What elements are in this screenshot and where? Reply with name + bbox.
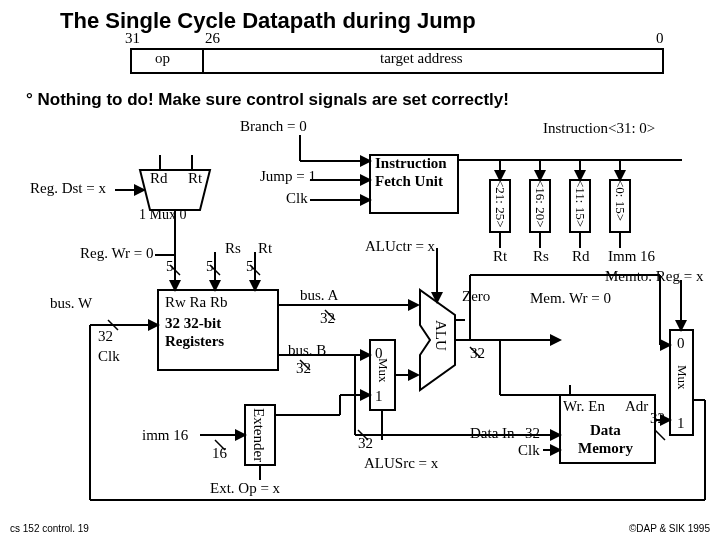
- regfile-l1: Rw Ra Rb: [165, 294, 228, 311]
- n32-di: 32: [525, 425, 540, 442]
- ifu-line2: Fetch Unit: [375, 173, 443, 190]
- imm16-label: imm 16: [142, 427, 188, 444]
- n32-a: 32: [320, 310, 335, 327]
- branch-label: Branch = 0: [240, 118, 307, 135]
- datain-label: Data In: [470, 425, 515, 442]
- n32-m: 32: [650, 410, 665, 427]
- rd-label: Rd: [150, 170, 168, 187]
- aluctr-label: ALUctr = x: [365, 238, 435, 255]
- footer-left: cs 152 control. 19: [10, 523, 89, 534]
- mux1-label: 1 Mux 0: [139, 207, 186, 223]
- extop-label: Ext. Op = x: [210, 480, 280, 497]
- bits16: <16: 20>: [532, 180, 548, 228]
- alusrc-label: ALUSrc = x: [364, 455, 438, 472]
- rt3: Rt: [493, 248, 507, 265]
- jump-label: Jump = 1: [260, 168, 316, 185]
- busb-label: bus. B: [288, 342, 326, 359]
- rs2: Rs: [533, 248, 549, 265]
- bits0: <0: 15>: [612, 180, 628, 221]
- n32-alu: 32: [470, 345, 485, 362]
- mux3-0: 0: [677, 335, 685, 352]
- regfile-l2: 32 32-bit: [165, 315, 221, 332]
- imm16-2: Imm 16: [608, 248, 655, 265]
- instruction-label: Instruction<31: 0>: [543, 120, 655, 137]
- regwr-label: Reg. Wr = 0: [80, 245, 153, 262]
- five3: 5: [246, 258, 254, 275]
- footer-right: ©DAP & SIK 1995: [629, 523, 710, 534]
- rs-label: Rs: [225, 240, 241, 257]
- alu-label: ALU: [432, 320, 449, 351]
- ifu-line1: Instruction: [375, 155, 447, 172]
- mux2-1: 1: [375, 388, 383, 405]
- mux2-label: Mux: [375, 358, 391, 383]
- clk-rf: Clk: [98, 348, 120, 365]
- clk-ifu: Clk: [286, 190, 308, 207]
- n32-1: 32: [98, 328, 113, 345]
- mux3-1: 1: [677, 415, 685, 432]
- mux3-label: Mux: [674, 365, 690, 390]
- rt-label: Rt: [188, 170, 202, 187]
- dmem2: Memory: [578, 440, 633, 457]
- memtoreg-label: Memto. Reg = x: [605, 268, 703, 285]
- bits21: <21: 25>: [492, 180, 508, 228]
- regdst-label: Reg. Dst = x: [30, 180, 106, 197]
- adr-label: Adr: [625, 398, 648, 415]
- bits11: <11: 15>: [572, 180, 588, 227]
- rd2: Rd: [572, 248, 590, 265]
- busa-label: bus. A: [300, 287, 338, 304]
- clk-dm: Clk: [518, 442, 540, 459]
- five2: 5: [206, 258, 214, 275]
- wren-label: Wr. En: [563, 398, 605, 415]
- n32-e: 32: [358, 435, 373, 452]
- dmem1: Data: [590, 422, 621, 439]
- regfile-l3: Registers: [165, 333, 224, 350]
- zero-label: Zero: [462, 288, 490, 305]
- n32-b: 32: [296, 360, 311, 377]
- extender-label: Extender: [250, 408, 267, 462]
- rt2-label: Rt: [258, 240, 272, 257]
- memwr-label: Mem. Wr = 0: [530, 290, 611, 307]
- busw-label: bus. W: [50, 295, 92, 312]
- n16: 16: [212, 445, 227, 462]
- svg-line-67: [655, 430, 665, 440]
- five1: 5: [166, 258, 174, 275]
